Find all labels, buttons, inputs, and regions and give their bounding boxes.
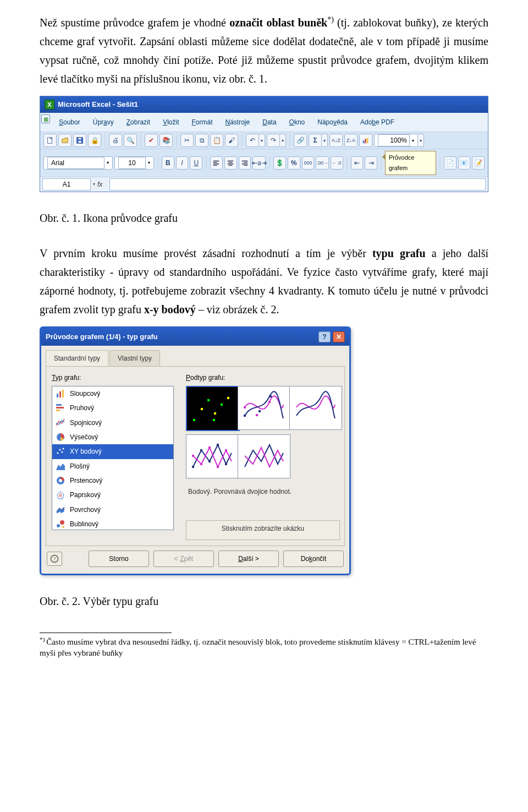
- menu-napoveda[interactable]: Nápověda: [311, 115, 354, 130]
- tab-custom-types[interactable]: Vlastní typy: [109, 350, 160, 366]
- autosum-icon[interactable]: Σ: [309, 134, 322, 147]
- font-box[interactable]: Arial▾: [43, 156, 113, 170]
- italic-icon[interactable]: I: [176, 156, 189, 170]
- decrease-indent-icon[interactable]: ⇤: [351, 156, 364, 170]
- svg-rect-45: [200, 463, 202, 465]
- undo-icon[interactable]: ↶: [246, 134, 259, 147]
- fx-icon[interactable]: fx: [97, 179, 107, 190]
- menu-soubor[interactable]: Soubor: [53, 115, 86, 130]
- zoom-box[interactable]: 100%▾: [374, 134, 418, 147]
- increase-indent-icon[interactable]: ⇥: [365, 156, 377, 170]
- comma-icon[interactable]: 000: [302, 156, 315, 170]
- type-xy-bodovy[interactable]: XY bodový: [52, 444, 173, 459]
- subtype-scatter-smooth[interactable]: [289, 386, 342, 430]
- preview-button[interactable]: Stisknutím zobrazíte ukázku: [186, 520, 340, 540]
- type-povrchovy[interactable]: Povrchový: [52, 503, 173, 517]
- format-painter-icon[interactable]: 🖌: [225, 134, 238, 147]
- align-center-icon[interactable]: [224, 156, 237, 170]
- menu-vlozit[interactable]: Vložit: [157, 115, 185, 130]
- type-label: Spojnicový: [70, 417, 102, 428]
- tab-standard-types[interactable]: Standardní typy: [46, 350, 108, 366]
- merge-center-icon[interactable]: ⇤a⇥: [252, 156, 266, 170]
- menu-adobe-pdf[interactable]: Adobe PDF: [354, 115, 400, 130]
- print-preview-icon[interactable]: 🔍: [124, 134, 137, 147]
- type-label: Bublinový: [70, 519, 98, 530]
- svg-rect-28: [207, 399, 210, 401]
- chart-wizard-icon[interactable]: [359, 134, 372, 147]
- name-box[interactable]: A1: [42, 178, 91, 190]
- redo-icon[interactable]: ↷: [267, 134, 280, 147]
- open-icon[interactable]: [58, 134, 72, 147]
- subtype-scatter-lines-markers[interactable]: [186, 434, 239, 478]
- titlebar-help-button[interactable]: ?: [318, 331, 331, 342]
- dialog-title: Průvodce grafem (1/4) - typ grafu: [46, 331, 158, 343]
- type-bublinovy[interactable]: Bublinový: [52, 517, 173, 530]
- align-left-icon[interactable]: [210, 156, 223, 170]
- subtype-scatter-lines[interactable]: [238, 434, 290, 478]
- type-paprskovy[interactable]: Paprskový: [52, 488, 173, 502]
- line-icon: [56, 418, 65, 428]
- svg-rect-12: [56, 410, 60, 411]
- subtype-grid: [186, 386, 339, 478]
- print-icon[interactable]: 🖨: [109, 134, 122, 147]
- svg-point-16: [62, 451, 63, 453]
- pdf-review-icon[interactable]: 📝: [472, 156, 485, 170]
- menu-okno[interactable]: Okno: [283, 115, 311, 130]
- save-icon[interactable]: [73, 134, 86, 147]
- menu-zobrazit[interactable]: Zobrazit: [120, 115, 156, 130]
- finish-button[interactable]: Dokončit: [283, 551, 344, 567]
- menu-nastroje[interactable]: Nástroje: [219, 115, 256, 130]
- redo-dropdown[interactable]: ▾: [280, 134, 286, 147]
- toolbar-options[interactable]: ▾: [418, 134, 424, 147]
- pdf-convert-icon[interactable]: 📄: [444, 156, 457, 170]
- svg-point-23: [60, 520, 64, 525]
- bold-icon[interactable]: B: [162, 156, 174, 170]
- figure-1-caption: Obr. č. 1. Ikona průvodce grafu: [40, 209, 488, 227]
- type-spojnicovy[interactable]: Spojnicový: [52, 416, 173, 430]
- paste-icon[interactable]: 📋: [210, 134, 223, 147]
- scatter-icon: [56, 446, 65, 456]
- svg-rect-9: [62, 390, 64, 397]
- chart-type-list[interactable]: Sloupcový Pruhový Spojnicový Výsečový XY…: [52, 386, 174, 530]
- type-sloupcovy[interactable]: Sloupcový: [52, 386, 173, 401]
- type-plosny[interactable]: Plošný: [52, 459, 173, 473]
- type-prstencovy[interactable]: Prstencový: [52, 473, 173, 488]
- sort-desc-icon[interactable]: Z↓A: [344, 134, 358, 147]
- type-vysecovy[interactable]: Výsečový: [52, 430, 173, 444]
- increase-decimal-icon[interactable]: .00→: [316, 156, 329, 170]
- formula-input[interactable]: [109, 178, 486, 190]
- subtype-scatter-smooth-markers[interactable]: [238, 386, 290, 430]
- svg-point-19: [59, 479, 62, 482]
- decrease-decimal-icon[interactable]: ←.0: [331, 156, 343, 170]
- permissions-icon[interactable]: 🔒: [88, 134, 101, 147]
- currency-icon[interactable]: 💲: [273, 156, 286, 170]
- underline-icon[interactable]: U: [190, 156, 202, 170]
- spelling-icon[interactable]: ✔: [145, 134, 158, 147]
- autosum-dropdown[interactable]: ▾: [322, 134, 328, 147]
- sort-asc-icon[interactable]: A↓Z: [329, 134, 343, 147]
- font-size-box[interactable]: 10▾: [114, 156, 154, 170]
- undo-dropdown[interactable]: ▾: [259, 134, 265, 147]
- percent-icon[interactable]: %: [288, 156, 300, 170]
- subtype-scatter-markers[interactable]: [186, 386, 240, 431]
- pdf-email-icon[interactable]: 📧: [458, 156, 471, 170]
- align-right-icon[interactable]: [239, 156, 251, 170]
- type-label: Povrchový: [70, 504, 101, 515]
- close-button[interactable]: ✕: [333, 331, 345, 342]
- font-size-value: 10: [118, 157, 146, 169]
- menu-format[interactable]: Formát: [185, 115, 218, 130]
- help-button[interactable]: ?: [47, 552, 62, 566]
- menu-data[interactable]: Data: [256, 115, 282, 130]
- control-menu-icon[interactable]: ▦: [41, 115, 50, 123]
- cancel-button[interactable]: Storno: [89, 551, 149, 567]
- copy-icon[interactable]: ⧉: [195, 134, 208, 147]
- type-pruhovy[interactable]: Pruhový: [52, 401, 173, 415]
- research-icon[interactable]: 📚: [160, 134, 173, 147]
- new-icon[interactable]: [43, 134, 57, 147]
- svg-rect-27: [201, 408, 203, 410]
- hyperlink-icon[interactable]: 🔗: [294, 134, 307, 147]
- radar-icon: [56, 491, 65, 500]
- next-button[interactable]: Další >: [218, 551, 279, 567]
- menu-upravy[interactable]: Úpravy: [87, 115, 120, 130]
- cut-icon[interactable]: ✂: [180, 134, 194, 147]
